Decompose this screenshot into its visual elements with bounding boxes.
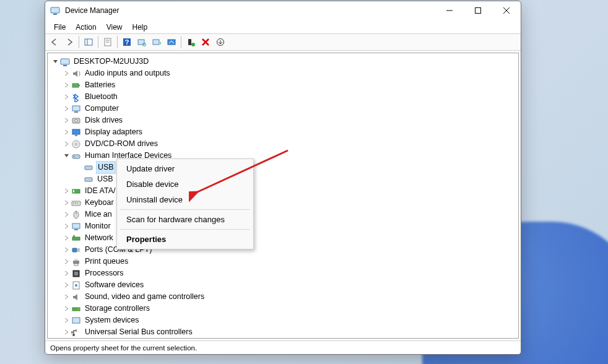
chevron-right-icon[interactable] [63,105,70,113]
tree-category[interactable]: DVD/CD-ROM drives [48,138,518,150]
device-category-icon [71,316,81,326]
chevron-down-icon[interactable] [51,58,59,66]
minimize-button[interactable] [435,1,464,20]
chevron-right-icon[interactable] [63,329,70,336]
titlebar[interactable]: Device Manager [45,1,521,20]
forward-icon[interactable] [63,35,76,49]
tree-category[interactable]: Print queues [48,256,518,267]
svg-rect-26 [74,111,78,113]
tree-category[interactable]: Display adapters [48,126,518,138]
tree-category[interactable]: Universal Serial Bus controllers [48,326,518,338]
chevron-right-icon[interactable] [63,70,70,77]
properties-icon[interactable] [101,35,115,49]
svg-rect-51 [74,259,78,261]
tree-category[interactable]: System devices [48,314,518,326]
device-category-icon [71,92,81,102]
statusbar: Opens property sheet for the current sel… [45,340,521,354]
chevron-right-icon[interactable] [63,82,70,89]
tree-category[interactable]: Processors [48,267,518,279]
chevron-right-icon[interactable] [63,246,70,254]
menu-separator [120,229,250,230]
device-category-icon [71,186,81,196]
menu-update-driver[interactable]: Update driver [119,161,251,176]
menu-properties[interactable]: Properties [119,232,251,247]
chevron-right-icon[interactable] [63,270,70,277]
chevron-right-icon[interactable] [63,93,70,101]
uninstall-icon[interactable] [199,35,212,49]
help-icon[interactable]: ? [120,35,134,49]
menu-separator [120,209,250,210]
tree-label: USB [96,161,116,174]
tree-category[interactable]: Software devices [48,279,518,291]
chevron-right-icon[interactable] [63,188,70,195]
device-category-icon [71,269,81,279]
device-category-icon [71,304,81,314]
device-category-icon [71,245,81,255]
usb-device-icon [84,175,93,184]
tree-label: Audio inputs and outputs [84,67,172,79]
menubar: File Action View Help [45,20,521,33]
svg-rect-52 [74,264,78,266]
tree-label: Monitor [84,220,112,232]
svg-rect-22 [63,65,67,66]
tree-label: IDE ATA/ [84,185,117,197]
chevron-right-icon[interactable] [63,129,70,136]
device-category-icon [71,69,81,79]
svg-rect-6 [85,39,92,45]
show-hide-tree-icon[interactable] [82,35,95,49]
chevron-down-icon[interactable] [63,152,70,160]
svg-text:?: ? [125,38,129,46]
svg-rect-36 [85,178,92,181]
menu-uninstall-device[interactable]: Uninstall device [119,192,251,207]
device-category-icon [71,233,81,243]
chevron-right-icon[interactable] [63,258,70,266]
svg-rect-30 [75,135,77,136]
svg-rect-25 [72,106,80,111]
chevron-right-icon[interactable] [63,235,70,242]
tree-category[interactable]: Bluetooth [48,91,518,103]
add-device-icon[interactable]: + [150,35,163,49]
window-title: Device Manager [65,6,119,15]
chevron-right-icon[interactable] [63,211,70,219]
svg-rect-24 [79,85,80,86]
tree-category[interactable]: Batteries [48,79,518,91]
chevron-right-icon[interactable] [63,305,70,313]
device-category-icon [71,104,81,114]
svg-text:+: + [159,40,161,46]
chevron-right-icon[interactable] [63,141,70,148]
scan-icon[interactable] [135,35,149,49]
update-icon[interactable] [165,35,178,49]
svg-point-58 [78,308,79,310]
maximize-button[interactable] [464,1,492,20]
menu-scan-hardware[interactable]: Scan for hardware changes [119,212,251,227]
options-icon[interactable] [214,35,227,49]
menu-action[interactable]: Action [71,22,101,33]
menu-disable-device[interactable]: Disable device [119,176,251,192]
chevron-right-icon[interactable] [63,282,70,289]
tree-category[interactable]: Sound, video and game controllers [48,291,518,303]
menu-help[interactable]: Help [128,22,153,33]
status-text: Opens property sheet for the current sel… [50,344,197,352]
chevron-right-icon[interactable] [63,117,70,124]
menu-view[interactable]: View [102,22,128,33]
svg-point-28 [75,119,77,122]
svg-rect-21 [61,59,69,64]
tree-category[interactable]: Storage controllers [48,303,518,314]
menu-file[interactable]: File [49,22,71,33]
tree-root[interactable]: DESKTOP-M2UUJ3D [48,56,518,67]
app-icon [50,6,60,15]
tree-category[interactable]: Audio inputs and outputs [48,67,518,79]
back-icon[interactable] [48,35,61,49]
chevron-right-icon[interactable] [63,293,70,301]
chevron-right-icon[interactable] [63,223,70,230]
chevron-right-icon[interactable] [63,199,70,207]
tree-label: Bluetooth [84,91,119,103]
tree-category[interactable]: Disk drives [48,115,518,126]
svg-point-34 [74,156,75,157]
tree-category[interactable]: Computer [48,103,518,115]
svg-rect-41 [75,202,76,204]
chevron-right-icon[interactable] [63,317,70,324]
enable-icon[interactable] [184,35,198,49]
device-category-icon [71,139,81,149]
close-button[interactable] [492,1,521,20]
